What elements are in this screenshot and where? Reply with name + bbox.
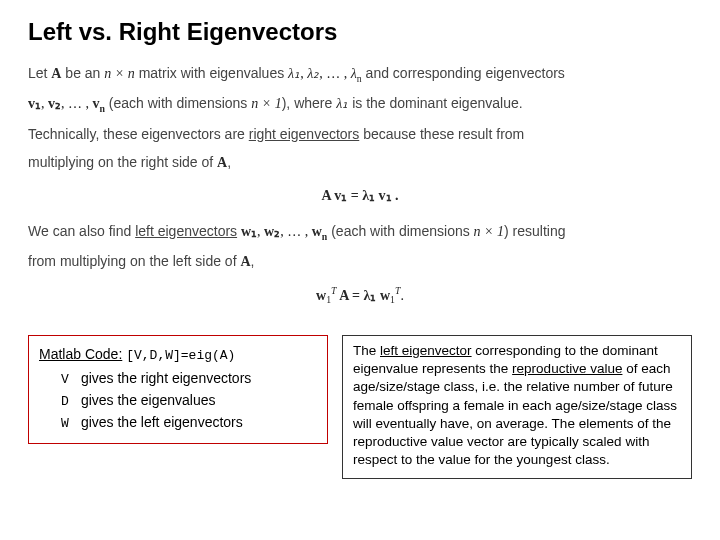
text: ) resulting xyxy=(504,223,565,239)
sym-A2: A xyxy=(217,155,227,170)
matlab-code: [V,D,W]=eig(A) xyxy=(126,348,235,363)
matlab-var: W xyxy=(61,415,77,434)
matlab-heading: Matlab Code: [V,D,W]=eig(A) xyxy=(39,344,317,366)
matlab-row: V gives the right eigenvectors xyxy=(39,368,317,390)
text-underline: Matlab Code: xyxy=(39,346,122,362)
sym-vn: vn xyxy=(93,96,105,111)
text-underline: left eigenvector xyxy=(380,343,472,358)
matlab-desc: gives the left eigenvectors xyxy=(81,414,243,430)
text: be an xyxy=(61,65,104,81)
text: multiplying on the right side of xyxy=(28,154,217,170)
sym-lam2: λ₂ xyxy=(307,66,319,81)
text: (each with dimensions xyxy=(105,95,251,111)
text: , … , xyxy=(280,224,312,239)
equation-left-eig: w1T A = λ₁ w1T. xyxy=(28,282,692,310)
text-underline: left eigenvectors xyxy=(135,223,237,239)
text: We can also find xyxy=(28,223,135,239)
matlab-code-box: Matlab Code: [V,D,W]=eig(A) V gives the … xyxy=(28,335,328,444)
text: and corresponding eigenvectors xyxy=(362,65,565,81)
sym-v2: v₂ xyxy=(48,96,61,111)
sym-v1: v₁ xyxy=(28,96,41,111)
sym-wn: wn xyxy=(312,224,328,239)
text: ), where xyxy=(282,95,336,111)
matlab-desc: gives the right eigenvectors xyxy=(81,370,251,386)
lower-boxes: Matlab Code: [V,D,W]=eig(A) V gives the … xyxy=(28,335,692,479)
sym-w2: w₂ xyxy=(264,224,280,239)
paragraph-line: Technically, these eigenvectors are righ… xyxy=(28,121,692,148)
matlab-desc: gives the eigenvalues xyxy=(81,392,216,408)
text: is the dominant eigenvalue. xyxy=(348,95,522,111)
sym-lamn: λn xyxy=(351,66,362,81)
sym-nx1b: n × 1 xyxy=(474,224,504,239)
paragraph-line: Let A be an n × n matrix with eigenvalue… xyxy=(28,60,692,88)
sym-A: A xyxy=(51,66,61,81)
text: The xyxy=(353,343,380,358)
text: , xyxy=(227,154,231,170)
paragraph-line: from multiplying on the left side of A, xyxy=(28,248,692,276)
slide-title: Left vs. Right Eigenvectors xyxy=(28,18,692,46)
sym-lam1b: λ₁ xyxy=(336,96,348,111)
text-underline: right eigenvectors xyxy=(249,126,360,142)
matlab-var: V xyxy=(61,371,77,390)
sym-nxn: n × n xyxy=(104,66,134,81)
matlab-row: D gives the eigenvalues xyxy=(39,390,317,412)
text: , … , xyxy=(61,96,93,111)
sym-A3: A xyxy=(240,254,250,269)
matlab-row: W gives the left eigenvectors xyxy=(39,412,317,434)
text: (each with dimensions xyxy=(327,223,473,239)
matlab-var: D xyxy=(61,393,77,412)
paragraph-line: v₁, v₂, … , vn (each with dimensions n ×… xyxy=(28,90,692,118)
text: Let xyxy=(28,65,51,81)
text: because these result from xyxy=(359,126,524,142)
slide: Left vs. Right Eigenvectors Let A be an … xyxy=(0,0,720,540)
equation-right-eig: A v₁ = λ₁ v₁ . xyxy=(28,183,692,210)
body-text: Let A be an n × n matrix with eigenvalue… xyxy=(28,60,692,310)
sym-lam1: λ₁ xyxy=(288,66,300,81)
reproductive-value-box: The left eigenvector corresponding to th… xyxy=(342,335,692,479)
text: , xyxy=(251,253,255,269)
sym-nx1: n × 1 xyxy=(251,96,281,111)
paragraph-line: multiplying on the right side of A, xyxy=(28,149,692,177)
text-underline: reproductive value xyxy=(512,361,622,376)
text: , … , xyxy=(319,66,351,81)
text: Technically, these eigenvectors are xyxy=(28,126,249,142)
sym-w1: w₁ xyxy=(241,224,257,239)
text: from multiplying on the left side of xyxy=(28,253,240,269)
paragraph-line: We can also find left eigenvectors w₁, w… xyxy=(28,218,692,246)
text: , xyxy=(41,96,48,111)
text: of each age/size/stage class, i.e. the r… xyxy=(353,361,677,467)
text: matrix with eigenvalues xyxy=(135,65,288,81)
